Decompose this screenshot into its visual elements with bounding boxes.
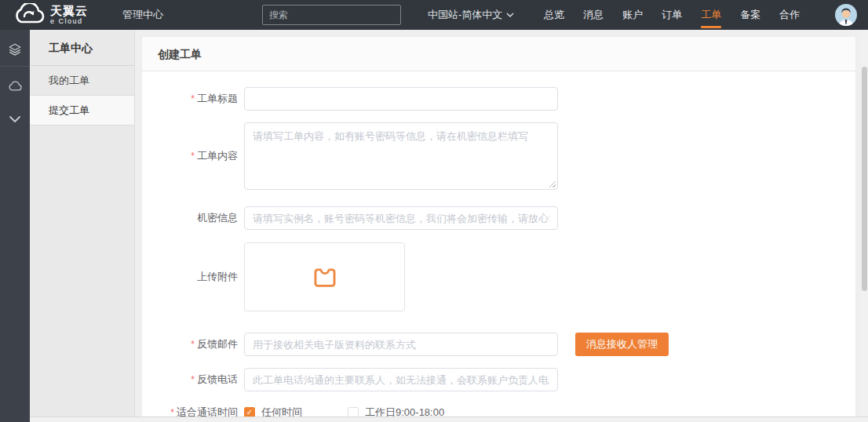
secret-label: 机密信息 — [142, 210, 244, 226]
content-label: *工单内容 — [142, 148, 244, 164]
option-workday-hours[interactable]: 工作日9:00-18:00 — [348, 406, 444, 417]
required-marker: * — [191, 339, 195, 350]
icon-rail — [0, 30, 30, 422]
nav-filing[interactable]: 备案 — [740, 0, 760, 30]
rail-expand-button[interactable] — [0, 106, 30, 133]
sidebar-item-my-workorders[interactable]: 我的工单 — [30, 66, 134, 96]
layers-icon — [8, 42, 22, 56]
search-input[interactable] — [263, 9, 397, 20]
nav-messages[interactable]: 消息 — [583, 0, 604, 30]
required-marker: * — [191, 93, 195, 104]
required-marker: * — [191, 374, 195, 385]
console-center-link[interactable]: 管理中心 — [122, 8, 163, 22]
workorder-sidebar: 工单中心 我的工单 提交工单 — [30, 30, 135, 422]
brand-subname: e Cloud — [50, 18, 88, 25]
form-row-email: *反馈邮件 消息接收人管理 — [142, 333, 855, 356]
nav-account[interactable]: 账户 — [622, 0, 643, 30]
check-icon: ✓ — [246, 409, 253, 417]
upload-label: 上传附件 — [142, 269, 244, 285]
email-input[interactable] — [244, 333, 558, 356]
top-nav: 总览 消息 账户 订单 工单 备案 合作 — [534, 0, 809, 30]
form-row-upload: 上传附件 — [142, 242, 855, 311]
checkbox-workday-unchecked[interactable] — [348, 407, 359, 417]
horizontal-scrollbar[interactable] — [30, 417, 868, 422]
required-marker: * — [170, 407, 174, 417]
option-any-time[interactable]: ✓ 任何时间 — [244, 406, 302, 417]
form-row-content: *工单内容 — [142, 122, 855, 190]
checkbox-any-time-checked[interactable]: ✓ — [244, 407, 255, 417]
locale-selector[interactable]: 中国站-简体中文 — [428, 8, 514, 22]
chevron-down-icon — [506, 13, 514, 17]
top-header: 天翼云 e Cloud 管理中心 中国站-简体中文 总览 消息 账户 订单 工单… — [0, 0, 868, 30]
required-marker: * — [191, 151, 195, 162]
nav-cooperation[interactable]: 合作 — [779, 0, 800, 30]
form-row-secret: 机密信息 — [142, 206, 855, 230]
manage-recipients-button[interactable]: 消息接收人管理 — [575, 333, 669, 356]
sidebar-title: 工单中心 — [30, 30, 134, 66]
nav-orders[interactable]: 订单 — [662, 0, 682, 30]
upload-inbox-icon — [311, 264, 339, 290]
form-row-phone: *反馈电话 — [142, 368, 855, 391]
nav-overview[interactable]: 总览 — [544, 0, 564, 30]
create-workorder-card: 创建工单 *工单标题 *工单内容 机密信息 — [141, 36, 856, 417]
user-avatar[interactable] — [835, 4, 857, 26]
main-content: 创建工单 *工单标题 *工单内容 机密信息 — [135, 30, 861, 417]
vertical-scrollbar-thumb[interactable] — [862, 67, 867, 291]
title-input[interactable] — [244, 87, 558, 111]
workorder-form: *工单标题 *工单内容 机密信息 — [142, 71, 855, 417]
locale-label: 中国站-简体中文 — [428, 8, 502, 22]
rail-products-button[interactable] — [0, 36, 30, 63]
call-time-label: *适合通话时间 — [142, 405, 244, 417]
rail-cloud-button[interactable] — [0, 73, 30, 100]
email-label: *反馈邮件 — [142, 337, 244, 352]
vertical-scrollbar[interactable] — [861, 30, 868, 417]
secret-input[interactable] — [244, 206, 558, 230]
rail-divider — [0, 66, 30, 67]
form-row-call-time: *适合通话时间 ✓ 任何时间 工作日9:00-18:00 — [142, 405, 855, 417]
sidebar-item-submit-workorder[interactable]: 提交工单 — [30, 96, 134, 126]
title-label: *工单标题 — [142, 91, 244, 107]
brand-name: 天翼云 — [50, 5, 88, 16]
header-search-box[interactable] — [262, 5, 401, 25]
nav-workorder[interactable]: 工单 — [701, 0, 721, 30]
phone-label: *反馈电话 — [142, 372, 244, 387]
content-textarea[interactable] — [244, 122, 558, 190]
phone-input[interactable] — [244, 368, 558, 391]
page-title: 创建工单 — [142, 37, 855, 71]
upload-dropzone[interactable] — [244, 242, 405, 311]
form-row-title: *工单标题 — [142, 87, 855, 111]
brand-logo[interactable]: 天翼云 e Cloud — [9, 3, 88, 27]
cloud-icon — [8, 81, 22, 92]
cloud-logo-icon — [9, 3, 46, 27]
chevron-down-icon — [9, 116, 20, 122]
